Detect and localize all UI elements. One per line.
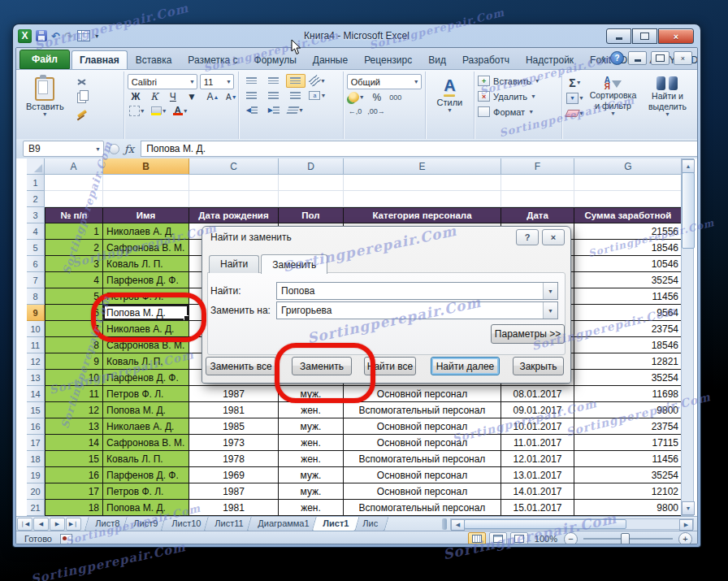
row-header-19[interactable]: 19	[27, 467, 45, 483]
cell-A5[interactable]: 2	[45, 240, 103, 256]
cell-C17[interactable]: 1973	[189, 435, 279, 451]
cell-A12[interactable]: 9	[45, 353, 103, 370]
row-header-4[interactable]: 4	[27, 223, 45, 240]
autosum-icon[interactable]: Σ▼	[566, 76, 585, 89]
dialog-button-4[interactable]: Закрыть	[513, 357, 564, 375]
ribbon-tab-вставка[interactable]: Вставка	[128, 50, 180, 69]
cell-A17[interactable]: 14	[45, 435, 103, 451]
cell-A11[interactable]: 8	[45, 337, 103, 353]
cell-B9[interactable]: Попова М. Д.	[103, 305, 189, 321]
cell-D1[interactable]	[279, 175, 344, 191]
align-top-icon[interactable]	[242, 74, 262, 88]
column-header-E[interactable]: E	[344, 158, 501, 175]
find-input[interactable]: Попова ▼	[276, 282, 558, 300]
row-header-15[interactable]: 15	[27, 402, 45, 418]
cell-G13[interactable]: 35254	[574, 370, 682, 386]
cell-E1[interactable]	[344, 175, 501, 191]
cell-D21[interactable]: жен.	[279, 500, 344, 516]
dialog-tab-заменить[interactable]: Заменить	[261, 254, 327, 274]
cell-G9[interactable]: 9564	[574, 305, 682, 321]
sheet-tab-лист1[interactable]: Лист1	[311, 517, 359, 531]
replace-input[interactable]: Григорьева ▼	[276, 301, 558, 319]
ribbon-tab-file[interactable]: Файл	[20, 50, 70, 69]
align-center-icon[interactable]	[264, 89, 284, 102]
options-button[interactable]: Параметры >>	[491, 324, 565, 344]
cell-B7[interactable]: Парфенов Д. Ф.	[103, 272, 189, 288]
shrink-font-button[interactable]: А▼	[223, 90, 240, 103]
cell-E14[interactable]: Основной персонал	[344, 386, 501, 402]
row-header-2[interactable]: 2	[27, 191, 45, 207]
find-dropdown-icon[interactable]: ▼	[543, 283, 557, 299]
align-right-icon[interactable]	[286, 89, 306, 102]
row-header-16[interactable]: 16	[27, 418, 45, 435]
row-header-13[interactable]: 13	[27, 370, 45, 386]
copy-icon[interactable]	[72, 91, 92, 105]
formula-input[interactable]: Попова М. Д.	[141, 141, 697, 157]
zoom-level[interactable]: 100%	[535, 534, 557, 544]
cell-A6[interactable]: 3	[45, 256, 103, 272]
cell-B3[interactable]: Имя	[103, 207, 189, 223]
row-header-21[interactable]: 21	[27, 500, 45, 516]
font-name-select[interactable]: Calibri▼	[128, 74, 197, 89]
horizontal-scrollbar[interactable]: ◀ ▶	[450, 518, 694, 530]
row-header-6[interactable]: 6	[27, 256, 45, 272]
page-layout-view-button[interactable]	[489, 532, 507, 545]
cell-D17[interactable]: жен.	[279, 435, 344, 451]
close-button[interactable]: ×	[658, 28, 694, 44]
cell-B13[interactable]: Парфенов Д. Ф.	[103, 370, 189, 386]
ribbon-tab-формулы[interactable]: Формулы	[246, 50, 305, 69]
find-select-button[interactable]: Найти и выделить ▼	[641, 73, 694, 120]
cell-G1[interactable]	[574, 175, 682, 191]
thousands-icon[interactable]: 000	[388, 91, 404, 104]
cell-A9[interactable]: 6	[45, 305, 103, 321]
cell-A18[interactable]: 15	[45, 451, 103, 467]
last-sheet-icon[interactable]: ▶❘	[66, 518, 81, 531]
cell-A7[interactable]: 4	[45, 272, 103, 288]
borders-icon[interactable]: ▼	[128, 104, 147, 117]
cell-B8[interactable]: Петров Ф. Л.	[103, 288, 189, 305]
cell-B5[interactable]: Сафронова В. М.	[103, 240, 189, 256]
row-header-5[interactable]: 5	[27, 240, 45, 256]
cell-F18[interactable]: 12.01.2017	[501, 451, 574, 467]
grow-font-button[interactable]: А▲	[205, 90, 221, 103]
cell-G10[interactable]: 23754	[574, 321, 682, 337]
row-header-20[interactable]: 20	[27, 483, 45, 500]
ribbon-tab-разметка-с[interactable]: Разметка с	[180, 50, 245, 69]
cell-A21[interactable]: 18	[45, 500, 103, 516]
cell-A20[interactable]: 17	[45, 483, 103, 500]
scroll-up-icon[interactable]: ▲	[682, 159, 695, 173]
cell-G21[interactable]: 9800	[574, 500, 682, 516]
vertical-scroll-thumb[interactable]	[682, 172, 695, 249]
cell-B16[interactable]: Николаев А. Д.	[103, 418, 189, 435]
dialog-button-3[interactable]: Найти далее	[431, 357, 500, 375]
cell-C2[interactable]	[189, 191, 279, 207]
cell-D3[interactable]: Пол	[279, 207, 344, 223]
fill-color-icon[interactable]: ▼	[150, 104, 169, 117]
workbook-close-button[interactable]: ×	[674, 51, 692, 65]
cell-G19[interactable]: 35254	[574, 467, 682, 483]
scroll-down-icon[interactable]: ▼	[682, 501, 695, 515]
cell-E21[interactable]: Вспомогательный персонал	[344, 500, 501, 516]
ribbon-tab-рецензирс[interactable]: Рецензирс	[356, 50, 420, 69]
cell-G11[interactable]: 18546	[574, 337, 682, 353]
cell-F20[interactable]: 14.01.2017	[501, 483, 574, 500]
paste-button[interactable]: Вставить ▼	[23, 73, 67, 120]
cell-A2[interactable]	[45, 191, 103, 207]
cell-F19[interactable]: 13.01.2017	[501, 467, 574, 483]
zoom-slider-thumb[interactable]	[621, 533, 630, 544]
cell-G4[interactable]: 21556	[574, 223, 682, 240]
collapse-ribbon-icon[interactable]: ∧	[600, 54, 606, 63]
column-header-F[interactable]: F	[501, 158, 574, 175]
cell-B20[interactable]: Петров Ф. Л.	[103, 483, 189, 500]
macro-record-icon[interactable]	[60, 534, 72, 544]
cell-D20[interactable]: муж.	[279, 483, 344, 500]
cell-E16[interactable]: Основной персонал	[344, 418, 501, 435]
cell-G2[interactable]	[574, 191, 682, 207]
fill-icon[interactable]: ▼▼	[566, 91, 585, 105]
row-header-9[interactable]: 9	[27, 305, 45, 321]
normal-view-button[interactable]	[468, 532, 486, 545]
decrease-indent-icon[interactable]: ◀	[242, 103, 262, 117]
cell-F21[interactable]: 15.01.2017	[501, 500, 574, 516]
row-header-18[interactable]: 18	[27, 451, 45, 467]
merge-center-icon[interactable]: a▼	[308, 89, 327, 102]
